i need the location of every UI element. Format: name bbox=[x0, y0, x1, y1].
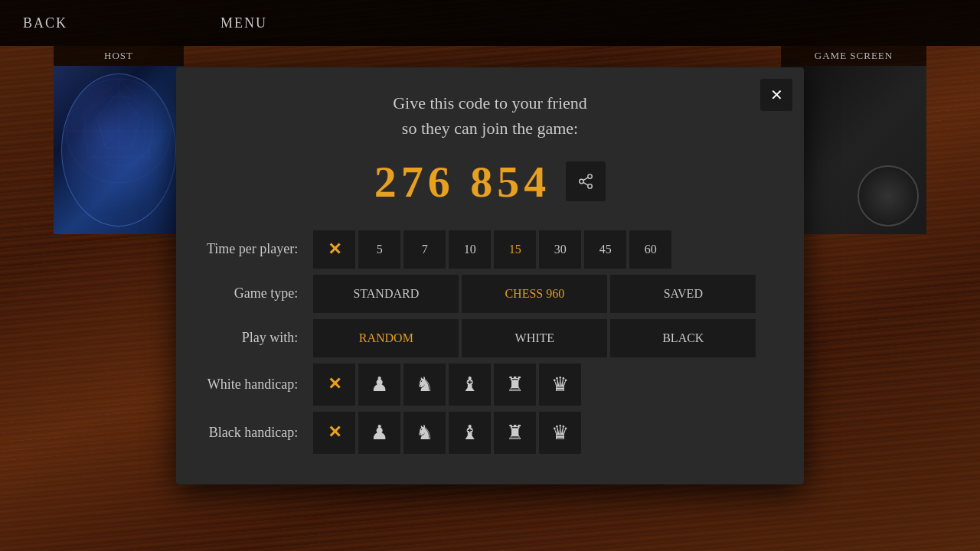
white-handicap-row: ✕ ♟ ♞ ♝ ♜ ♛ bbox=[313, 364, 773, 406]
time-opt-60[interactable]: 60 bbox=[629, 230, 671, 269]
modal-close-button[interactable]: ✕ bbox=[760, 79, 792, 111]
play-with-random[interactable]: RANDOM bbox=[313, 319, 459, 357]
time-opt-5[interactable]: 5 bbox=[358, 230, 400, 269]
black-queen-icon: ♛ bbox=[551, 421, 569, 445]
game-type-saved[interactable]: SAVED bbox=[610, 275, 756, 313]
time-opt-30[interactable]: 30 bbox=[539, 230, 581, 269]
black-handicap-rook[interactable]: ♜ bbox=[494, 412, 536, 454]
time-options-row: ✕ 5 7 10 15 30 45 60 bbox=[313, 230, 773, 269]
settings-grid: Time per player: ✕ 5 7 10 15 30 45 60 Ga… bbox=[207, 230, 773, 454]
play-with-label: Play with: bbox=[207, 330, 298, 346]
black-handicap-knight[interactable]: ♞ bbox=[403, 412, 446, 454]
time-opt-7[interactable]: 7 bbox=[403, 230, 446, 269]
game-type-standard[interactable]: STANDARD bbox=[313, 275, 459, 313]
code-row: 276 854 bbox=[207, 156, 773, 207]
svg-point-8 bbox=[588, 174, 593, 179]
white-handicap-label: White handicap: bbox=[207, 377, 298, 393]
play-with-options-row: RANDOM WHITE BLACK bbox=[313, 319, 773, 357]
black-handicap-none[interactable]: ✕ bbox=[313, 412, 355, 454]
time-opt-off[interactable]: ✕ bbox=[313, 230, 355, 269]
queen-icon: ♛ bbox=[551, 373, 569, 396]
svg-line-12 bbox=[583, 178, 588, 181]
white-handicap-pawn[interactable]: ♟ bbox=[358, 364, 400, 406]
pawn-icon: ♟ bbox=[371, 373, 388, 396]
time-off-icon: ✕ bbox=[328, 240, 341, 259]
black-bishop-icon: ♝ bbox=[461, 421, 479, 445]
share-button[interactable] bbox=[566, 161, 606, 201]
modal-dialog: ✕ Give this code to your friend so they … bbox=[176, 67, 804, 484]
white-handicap-rook[interactable]: ♜ bbox=[494, 364, 536, 406]
modal-title: Give this code to your friend so they ca… bbox=[207, 90, 773, 141]
black-handicap-bishop[interactable]: ♝ bbox=[449, 412, 491, 454]
play-with-white[interactable]: WHITE bbox=[462, 319, 607, 357]
modal-title-line2: so they can join the game: bbox=[402, 119, 578, 138]
white-handicap-bishop[interactable]: ♝ bbox=[449, 364, 491, 406]
white-handicap-knight[interactable]: ♞ bbox=[403, 364, 446, 406]
game-code-display: 276 854 bbox=[374, 156, 551, 207]
black-handicap-label: Black handicap: bbox=[207, 425, 298, 441]
svg-point-10 bbox=[588, 184, 593, 189]
modal-title-line1: Give this code to your friend bbox=[393, 93, 587, 112]
rook-icon: ♜ bbox=[506, 373, 524, 396]
knight-icon: ♞ bbox=[416, 373, 433, 396]
black-handicap-x-icon: ✕ bbox=[328, 422, 341, 442]
svg-line-11 bbox=[583, 182, 588, 185]
play-with-black[interactable]: BLACK bbox=[610, 319, 756, 357]
game-type-chess960[interactable]: CHESS 960 bbox=[462, 275, 607, 313]
white-handicap-x-icon: ✕ bbox=[328, 374, 341, 394]
white-handicap-none[interactable]: ✕ bbox=[313, 364, 355, 406]
black-rook-icon: ♜ bbox=[506, 421, 524, 445]
bishop-icon: ♝ bbox=[461, 373, 479, 396]
modal-overlay: ✕ Give this code to your friend so they … bbox=[0, 0, 980, 551]
black-knight-icon: ♞ bbox=[416, 421, 433, 445]
black-handicap-row: ✕ ♟ ♞ ♝ ♜ ♛ bbox=[313, 412, 773, 454]
time-opt-15[interactable]: 15 bbox=[494, 230, 536, 269]
black-handicap-queen[interactable]: ♛ bbox=[539, 412, 581, 454]
white-handicap-queen[interactable]: ♛ bbox=[539, 364, 581, 406]
game-type-options-row: STANDARD CHESS 960 SAVED bbox=[313, 275, 773, 313]
time-opt-10[interactable]: 10 bbox=[449, 230, 491, 269]
time-opt-45[interactable]: 45 bbox=[584, 230, 626, 269]
black-pawn-icon: ♟ bbox=[371, 421, 388, 445]
time-label: Time per player: bbox=[207, 241, 298, 257]
game-type-label: Game type: bbox=[207, 285, 298, 302]
share-icon bbox=[577, 173, 594, 190]
svg-point-9 bbox=[580, 179, 584, 184]
black-handicap-pawn[interactable]: ♟ bbox=[358, 412, 400, 454]
